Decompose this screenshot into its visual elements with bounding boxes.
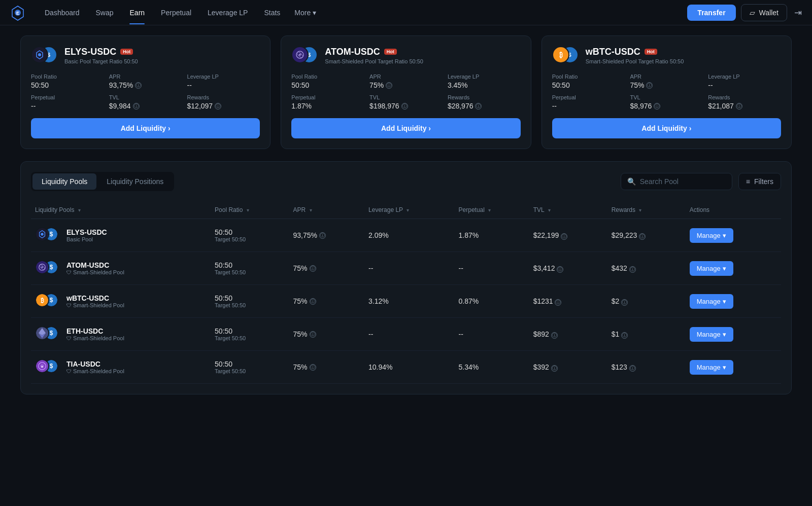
col-leverage-lp[interactable]: Leverage LP ▾	[364, 201, 454, 219]
apr-cell-2: 75% ⓘ	[289, 285, 365, 318]
svg-point-8	[299, 54, 301, 56]
ratio-cell-1: 50:50 Target 50:50	[211, 252, 289, 285]
hot-badge-atom: Hot	[384, 49, 397, 55]
nav-stats[interactable]: Stats	[257, 5, 287, 21]
leverage-lp-cell-3: --	[364, 318, 454, 351]
tvl-row-info-4[interactable]: ⓘ	[551, 365, 558, 372]
apr-row-info-0[interactable]: ⓘ	[319, 232, 326, 239]
apr-info-icon-wbtc[interactable]: ⓘ	[646, 82, 653, 89]
tvl-info-icon[interactable]: ⓘ	[133, 103, 140, 110]
rewards-row-info-0[interactable]: ⓘ	[639, 233, 646, 240]
sort-icon: ▾	[407, 207, 409, 213]
manage-chevron-3: ▾	[723, 331, 726, 338]
manage-button-0[interactable]: Manage ▾	[690, 228, 733, 243]
apr-row-info-2[interactable]: ⓘ	[310, 298, 316, 305]
tvl-info-icon-wbtc[interactable]: ⓘ	[654, 103, 660, 110]
exit-icon[interactable]: ⇥	[792, 5, 804, 20]
tvl-row-info-2[interactable]: ⓘ	[555, 299, 561, 306]
elys-icon	[31, 46, 48, 63]
nav-earn[interactable]: Earn	[123, 5, 152, 21]
svg-point-12	[41, 233, 43, 235]
card-stats-elys: Pool Ratio 50:50 APR 93,75% ⓘ Leverage L…	[31, 74, 260, 110]
nav-links: Dashboard Swap Earn Perpetual Leverage L…	[38, 5, 683, 21]
nav-dashboard[interactable]: Dashboard	[38, 5, 87, 21]
rewards-info-icon-wbtc[interactable]: ⓘ	[736, 103, 742, 110]
wallet-button[interactable]: ▱ Wallet	[741, 4, 787, 21]
col-rewards[interactable]: Rewards ▾	[607, 201, 686, 219]
apr-row-info-1[interactable]: ⓘ	[310, 265, 316, 272]
token-icons-wbtc: ₿ $	[552, 46, 581, 64]
manage-button-4[interactable]: Manage ▾	[690, 360, 733, 375]
tvl-cell-4: $392 ⓘ	[529, 351, 607, 384]
col-apr[interactable]: APR ▾	[289, 201, 365, 219]
search-filter-row: 🔍 ≡ Filters	[621, 173, 781, 190]
table-row: ₿ $ wBTC-USDC 🛡 Smart-Shielded Pool 50:5…	[31, 285, 781, 318]
leverage-lp-cell-1: --	[364, 252, 454, 285]
manage-chevron-1: ▾	[723, 265, 726, 272]
tvl-row-info-1[interactable]: ⓘ	[557, 266, 563, 273]
filters-button[interactable]: ≡ Filters	[738, 173, 781, 190]
tvl-cell-2: $1231 ⓘ	[529, 285, 607, 318]
manage-chevron-0: ▾	[723, 232, 726, 239]
rewards-row-info-1[interactable]: ⓘ	[629, 266, 636, 273]
rewards-row-info-3[interactable]: ⓘ	[621, 332, 628, 339]
apr-cell-3: 75% ⓘ	[289, 318, 365, 351]
navbar: E Dashboard Swap Earn Perpetual Leverage…	[0, 0, 812, 25]
tab-liquidity-positions[interactable]: Liquidity Positions	[97, 173, 173, 190]
table-top: Liquidity Pools Liquidity Positions 🔍 ≡ …	[31, 172, 781, 191]
pool-cell-1: $ ATOM-USDC 🛡 Smart-Shielded Pool	[31, 252, 211, 285]
apr-info-icon[interactable]: ⓘ	[135, 82, 142, 89]
nav-leverage-lp[interactable]: Leverage LP	[200, 5, 255, 21]
sort-icon: ▾	[548, 207, 551, 213]
nav-more[interactable]: More ▾	[289, 5, 321, 21]
card-subtitle-wbtc: Smart-Shielded Pool Target Ratio 50:50	[586, 58, 781, 64]
tvl-cell-1: $3,412 ⓘ	[529, 252, 607, 285]
nav-perpetual[interactable]: Perpetual	[154, 5, 198, 21]
apr-info-icon-atom[interactable]: ⓘ	[386, 82, 392, 89]
perpetual-cell-2: 0.87%	[455, 285, 529, 318]
tvl-row-info-3[interactable]: ⓘ	[551, 332, 558, 339]
rewards-row-info-2[interactable]: ⓘ	[621, 299, 628, 306]
add-liquidity-elys-button[interactable]: Add Liquidity ›	[31, 118, 260, 138]
rewards-info-icon-atom[interactable]: ⓘ	[475, 103, 482, 110]
nav-swap[interactable]: Swap	[89, 5, 121, 21]
card-title-atom: ATOM-USDC Hot	[325, 47, 520, 57]
manage-button-1[interactable]: Manage ▾	[690, 261, 733, 276]
manage-button-2[interactable]: Manage ▾	[690, 294, 733, 309]
stat-leverage-lp: Leverage LP --	[187, 74, 260, 89]
sort-icon: ▾	[247, 207, 249, 213]
logo[interactable]: E	[8, 3, 27, 22]
manage-button-3[interactable]: Manage ▾	[690, 327, 733, 342]
tvl-info-icon-atom[interactable]: ⓘ	[401, 103, 408, 110]
add-liquidity-atom-button[interactable]: Add Liquidity ›	[291, 118, 520, 138]
col-perpetual[interactable]: Perpetual ▾	[455, 201, 529, 219]
rewards-info-icon[interactable]: ⓘ	[215, 103, 221, 110]
pool-cell-4: ✦ $ TIA-USDC 🛡 Smart-Shielded Pool	[31, 351, 211, 384]
sort-icon: ▾	[639, 207, 641, 213]
apr-cell-0: 93,75% ⓘ	[289, 219, 365, 252]
col-pool-ratio[interactable]: Pool Ratio ▾	[211, 201, 289, 219]
tvl-cell-0: $22,199 ⓘ	[529, 219, 607, 252]
pool-cell-3: $ ETH-USDC 🛡 Smart-Shielded Pool	[31, 318, 211, 351]
actions-cell-2: Manage ▾	[686, 285, 781, 318]
apr-row-info-4[interactable]: ⓘ	[310, 364, 316, 371]
tvl-row-info-0[interactable]: ⓘ	[561, 233, 567, 240]
apr-row-info-3[interactable]: ⓘ	[310, 331, 316, 338]
feature-card-atom-usdc: $ ATOM-USDC Hot Smart-Shielded Pool Targ…	[281, 35, 531, 149]
filter-icon: ≡	[746, 177, 750, 186]
table-row: $ ELYS-USDC Basic Pool 50:50 Target 50:5…	[31, 219, 781, 252]
feature-card-wbtc-usdc: ₿ $ wBTC-USDC Hot Smart-Shielded Pool Ta…	[542, 35, 792, 149]
tab-liquidity-pools[interactable]: Liquidity Pools	[32, 173, 96, 190]
svg-text:₿: ₿	[559, 51, 562, 59]
col-tvl[interactable]: TVL ▾	[529, 201, 607, 219]
actions-cell-0: Manage ▾	[686, 219, 781, 252]
card-header-atom: $ ATOM-USDC Hot Smart-Shielded Pool Targ…	[291, 46, 520, 64]
search-input[interactable]	[640, 177, 726, 186]
col-liquidity-pools[interactable]: Liquidity Pools ▾	[31, 201, 211, 219]
rewards-row-info-4[interactable]: ⓘ	[629, 365, 636, 372]
wbtc-icon: ₿	[552, 46, 569, 63]
add-liquidity-wbtc-button[interactable]: Add Liquidity ›	[552, 118, 781, 138]
transfer-button[interactable]: Transfer	[687, 5, 735, 21]
stat-tvl: TVL $9,984 ⓘ	[109, 94, 182, 110]
nav-actions: Transfer ▱ Wallet ⇥	[687, 4, 804, 21]
